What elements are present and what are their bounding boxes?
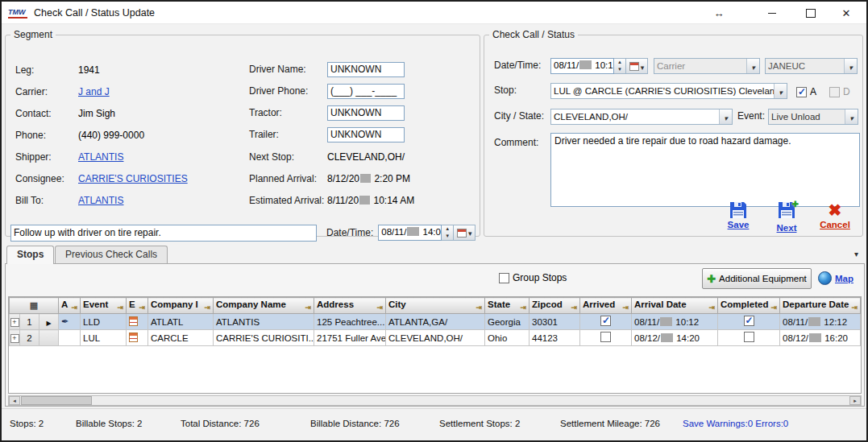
tab-previous-check-calls[interactable]: Previous Check Calls <box>55 246 168 263</box>
cell-event: LUL <box>81 330 127 346</box>
chevron-down-icon[interactable] <box>719 109 732 124</box>
datetime-spinner[interactable] <box>442 225 454 241</box>
comment-textarea[interactable]: Driver needed a tire repair due to road … <box>550 133 860 207</box>
calendar-icon <box>629 62 639 71</box>
driver-name-field[interactable] <box>327 62 405 77</box>
pin-column-icon[interactable] <box>305 302 311 312</box>
header-arrival-date[interactable]: Arrival Date <box>632 298 718 314</box>
row-selector-header[interactable] <box>10 298 59 314</box>
shipper-link[interactable]: ATLANTIS <box>78 151 123 163</box>
header-a[interactable]: A <box>59 298 81 314</box>
header-company-id[interactable]: Company I <box>148 298 214 314</box>
trailer-field[interactable] <box>327 127 405 143</box>
memo-input[interactable] <box>10 225 317 242</box>
pin-column-icon[interactable] <box>622 302 629 312</box>
completed-checkbox[interactable] <box>744 316 754 326</box>
status-save-warnings: Save Warnings:0 Errors:0 <box>683 419 788 428</box>
horizontal-scrollbar[interactable]: ◂ ▸ <box>8 395 862 406</box>
carrier-link[interactable]: J and J <box>78 86 110 97</box>
minimize-button[interactable] <box>760 2 784 24</box>
scrollbar-thumb[interactable] <box>21 396 92 405</box>
group-stops-checkbox[interactable] <box>499 273 509 283</box>
arrived-checkbox[interactable] <box>600 332 611 342</box>
header-company-name[interactable]: Company Name <box>214 298 314 314</box>
header-departure-date[interactable]: Departure Date <box>780 298 861 314</box>
driver-name-label: Driver Name: <box>249 64 327 75</box>
departure-checkbox[interactable] <box>829 87 840 97</box>
pin-column-icon[interactable] <box>71 302 77 312</box>
plus-box-icon <box>10 318 19 327</box>
map-link[interactable]: Map <box>818 271 853 285</box>
header-zipcode[interactable]: Zipcod <box>530 298 580 314</box>
additional-equipment-button[interactable]: Additional Equipment <box>702 268 812 289</box>
scroll-right-icon[interactable]: ▸ <box>849 396 861 405</box>
pin-column-icon[interactable] <box>571 302 577 312</box>
chevron-down-icon[interactable] <box>844 59 857 73</box>
pin-column-icon[interactable] <box>851 302 858 312</box>
header-city[interactable]: City <box>386 298 485 314</box>
header-arrived[interactable]: Arrived <box>580 298 632 314</box>
pin-column-icon[interactable] <box>139 302 145 312</box>
completed-checkbox[interactable] <box>744 332 754 342</box>
tab-stops[interactable]: Stops <box>6 246 54 264</box>
expand-row-button[interactable] <box>10 330 20 346</box>
header-event[interactable]: Event <box>81 298 127 314</box>
arrival-checkbox[interactable] <box>796 87 807 97</box>
note-icon[interactable] <box>129 316 138 326</box>
expand-row-button[interactable] <box>10 314 20 330</box>
chevron-down-icon[interactable] <box>774 84 787 98</box>
consignee-link[interactable]: CARRIE'S CURIOSITIES <box>78 173 188 184</box>
table-row[interactable]: 2 LUL CARCLE CARRIE'S CURIOSITI... 21751… <box>10 330 861 346</box>
stop-combo[interactable]: LUL @ CARCLE (CARRIE'S CURIOSITIES) Clev… <box>550 83 787 99</box>
spinner-down-icon[interactable] <box>442 233 453 240</box>
header-e[interactable]: E <box>127 298 148 314</box>
current-row-marker <box>39 314 59 330</box>
event-combo[interactable]: Live Unload <box>768 109 858 125</box>
spinner-up-icon[interactable] <box>614 59 625 66</box>
pin-column-icon[interactable] <box>476 302 482 312</box>
resize-icon[interactable] <box>707 2 731 24</box>
cc-datetime-input[interactable]: 08/11/ 10:1 <box>550 58 648 74</box>
header-completed[interactable]: Completed <box>718 298 780 314</box>
spinner-up-icon[interactable] <box>442 225 453 233</box>
pin-column-icon[interactable] <box>204 302 210 312</box>
close-button[interactable] <box>834 2 858 24</box>
chevron-down-icon[interactable] <box>845 109 858 124</box>
save-button[interactable]: Save <box>722 201 754 233</box>
table-row[interactable]: 1 LLD ATLATL ATLANTIS 125 Peachtree... A… <box>10 314 861 330</box>
note-icon[interactable] <box>129 333 138 342</box>
calendar-button[interactable] <box>454 225 476 241</box>
header-address[interactable]: Address <box>314 298 386 314</box>
spinner-down-icon[interactable] <box>614 66 625 73</box>
pin-column-icon[interactable] <box>770 302 777 312</box>
driver-phone-field[interactable] <box>327 84 405 99</box>
cell-completed <box>718 330 780 346</box>
redaction-box <box>661 333 673 342</box>
maximize-button[interactable] <box>799 2 823 24</box>
arrived-checkbox[interactable] <box>600 316 611 326</box>
city-state-combo[interactable]: CLEVELAND,OH/ <box>550 109 733 125</box>
driver-combo[interactable]: JANEUC <box>765 58 858 74</box>
plus-box-icon <box>10 334 19 343</box>
save-floppy-icon <box>729 201 747 219</box>
chevron-down-icon[interactable] <box>746 59 759 73</box>
header-state[interactable]: State <box>485 298 530 314</box>
calendar-button[interactable] <box>626 58 648 74</box>
cancel-button[interactable]: Cancel <box>819 201 851 233</box>
pin-column-icon[interactable] <box>117 302 123 312</box>
next-button[interactable]: ✚ Next <box>770 201 803 233</box>
tab-list-dropdown-icon[interactable]: ▾ <box>854 250 858 258</box>
pin-column-icon[interactable] <box>376 302 383 312</box>
billto-label: Bill To: <box>15 195 78 206</box>
datetime-spinner[interactable] <box>614 58 626 74</box>
carrier-type-combo[interactable]: Carrier <box>654 58 760 74</box>
pin-column-icon[interactable] <box>520 302 526 312</box>
tractor-field[interactable] <box>327 105 405 121</box>
scroll-left-icon[interactable]: ◂ <box>9 396 20 405</box>
pin-column-icon[interactable] <box>708 302 715 312</box>
segment-datetime-input[interactable]: 08/11/ 14:0 <box>378 225 476 241</box>
billto-link[interactable]: ATLANTIS <box>78 195 123 206</box>
carrier-label: Carrier: <box>15 86 78 97</box>
estimated-arrival-value: 8/11/20 10:14 AM <box>327 195 414 206</box>
cell-state: Ohio <box>485 330 530 346</box>
